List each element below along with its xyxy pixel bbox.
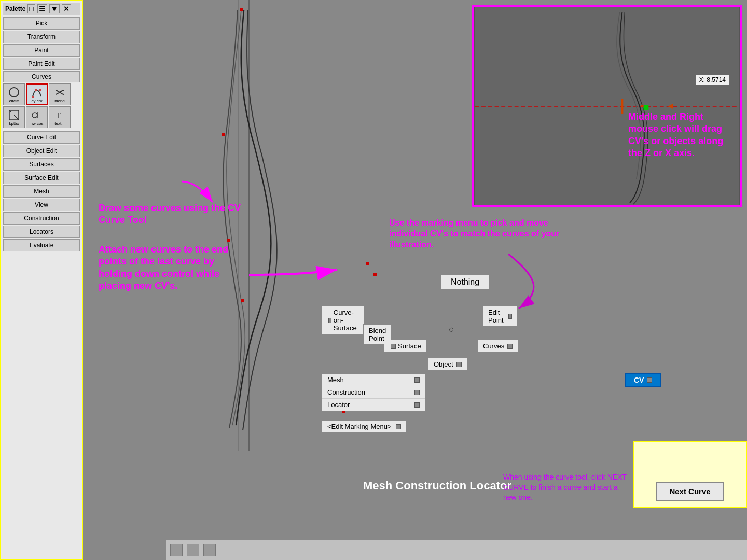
coord-display: X: 8.5714	[696, 75, 729, 85]
annotation-marking-menu: Use the marking menu to pick and move in…	[389, 218, 576, 250]
svg-rect-11	[240, 8, 243, 11]
svg-text:T: T	[56, 111, 61, 120]
mm-curves-button[interactable]: Curves	[477, 340, 518, 353]
tool-text[interactable]: T text...	[49, 106, 71, 128]
mm-surface-icon	[391, 344, 396, 349]
inset-curves-svg	[474, 7, 740, 205]
palette-down-icon[interactable]: ▼	[49, 4, 60, 13]
svg-rect-1	[32, 96, 34, 98]
tool-nw-cos[interactable]: nw cos	[26, 106, 48, 128]
mm-edit-point[interactable]: Edit Point	[482, 306, 518, 327]
mm-object-label: Object	[434, 360, 453, 368]
palette-close-icon[interactable]: ✕	[62, 4, 71, 13]
svg-rect-23	[621, 99, 623, 114]
svg-rect-16	[374, 273, 377, 276]
taskbar-sound-icon[interactable]	[203, 544, 216, 556]
coord-value: X: 8.5714	[699, 76, 726, 83]
taskbar-app-icon[interactable]	[187, 544, 199, 556]
mm-object[interactable]: Object	[428, 358, 467, 371]
mm-surface[interactable]: Surface	[384, 340, 427, 353]
annotation-cv-curve: Draw some curves using the CV Curve Tool	[99, 202, 244, 227]
btn-locators[interactable]: Locators	[3, 226, 80, 238]
palette-list-icon[interactable]: ☰	[37, 4, 47, 13]
left-panel: Palette □ ☰ ▼ ✕ Pick Transform Paint Pai…	[0, 0, 83, 560]
edit-marking-menu[interactable]: <Edit Marking Menu>	[322, 420, 407, 433]
next-curve-panel: Next Curve	[633, 441, 747, 508]
mm-nothing-button[interactable]: Nothing	[441, 275, 489, 289]
tool-cv-curve[interactable]: cy cry	[26, 83, 48, 105]
btn-object-edit[interactable]: Object Edit	[3, 145, 80, 157]
palette-title: Palette	[5, 5, 25, 12]
btn-paint-edit[interactable]: Paint Edit	[3, 58, 80, 70]
mesh-construction-locator-label: Mesh Construction Locator	[363, 479, 511, 493]
tool-circle[interactable]: circle	[3, 83, 25, 105]
mm-curves-label: Curves	[483, 342, 504, 350]
taskbar-start-icon[interactable]	[170, 544, 183, 556]
sub-menu-construction-icon	[414, 390, 420, 395]
btn-mesh[interactable]: Mesh	[3, 185, 80, 198]
svg-rect-14	[241, 299, 244, 302]
sub-menu: Mesh Construction Locator	[322, 373, 425, 411]
svg-rect-12	[222, 133, 225, 136]
curves-icons: circle cy cry blend	[3, 83, 80, 128]
btn-pick[interactable]: Pick	[3, 17, 80, 30]
sub-menu-mesh[interactable]: Mesh	[322, 374, 425, 386]
inset-panel: X: 8.5714 Middle and Right mouse click w…	[472, 5, 742, 207]
svg-point-0	[9, 88, 19, 97]
mm-cos-label: Curve-on-Surface	[334, 309, 359, 332]
mm-edit-point-icon	[508, 314, 512, 319]
svg-rect-21	[644, 105, 649, 110]
next-curve-annotation: When using the curve tool, click NEXT CU…	[503, 472, 628, 503]
btn-evaluate[interactable]: Evaluate	[3, 239, 80, 251]
mm-line	[458, 329, 478, 330]
tool-blend[interactable]: blend	[49, 83, 71, 105]
svg-rect-24	[641, 105, 644, 107]
mm-object-icon	[457, 362, 462, 367]
svg-rect-3	[39, 89, 42, 91]
svg-rect-2	[35, 89, 37, 91]
edit-mm-label: <Edit Marking Menu>	[327, 423, 392, 430]
curves-section: Curves circle cy cry blen	[3, 71, 80, 130]
annotation-attach: Attach new curves to the end points of t…	[99, 244, 244, 292]
palette-header: Palette □ ☰ ▼ ✕	[3, 3, 80, 15]
sub-menu-locator-icon	[414, 402, 420, 408]
btn-transform[interactable]: Transform	[3, 31, 80, 43]
btn-surfaces[interactable]: Surfaces	[3, 158, 80, 171]
taskbar: 6:33 AM 5/11/2015	[166, 539, 747, 560]
mm-circle-icon: ○	[449, 324, 454, 335]
btn-view[interactable]: View	[3, 199, 80, 211]
mm-curve-on-surface[interactable]: Curve-on-Surface	[322, 306, 365, 334]
tool-kptbx[interactable]: kptbx	[3, 106, 25, 128]
mm-surface-label: Surface	[398, 342, 421, 350]
edit-mm-icon	[396, 424, 401, 429]
svg-point-6	[32, 113, 37, 118]
next-curve-button[interactable]: Next Curve	[656, 482, 724, 501]
sub-menu-construction[interactable]: Construction	[322, 386, 425, 399]
sub-menu-mesh-icon	[414, 377, 420, 383]
svg-rect-13	[227, 239, 230, 242]
mm-cv-row: ○ CV	[449, 324, 478, 335]
mm-edit-point-label: Edit Point	[488, 309, 505, 324]
btn-surface-edit[interactable]: Surface Edit	[3, 172, 80, 184]
palette-add-icon[interactable]: □	[27, 4, 35, 13]
mm-cv-button[interactable]: CV	[625, 373, 661, 387]
svg-rect-15	[366, 262, 369, 265]
curves-label: Curves	[3, 71, 80, 82]
sub-menu-locator[interactable]: Locator	[322, 399, 425, 411]
mm-cos-icon	[328, 318, 331, 323]
inset-annotation: Middle and Right mouse click will drag C…	[628, 111, 732, 160]
btn-paint[interactable]: Paint	[3, 44, 80, 57]
btn-curve-edit[interactable]: Curve Edit	[3, 131, 80, 144]
mm-curves-icon	[507, 344, 513, 349]
svg-line-5	[9, 110, 19, 120]
btn-construction[interactable]: Construction	[3, 212, 80, 225]
main-viewport: X: 8.5714 Middle and Right mouse click w…	[83, 0, 747, 560]
mm-cv-icon	[647, 377, 652, 383]
